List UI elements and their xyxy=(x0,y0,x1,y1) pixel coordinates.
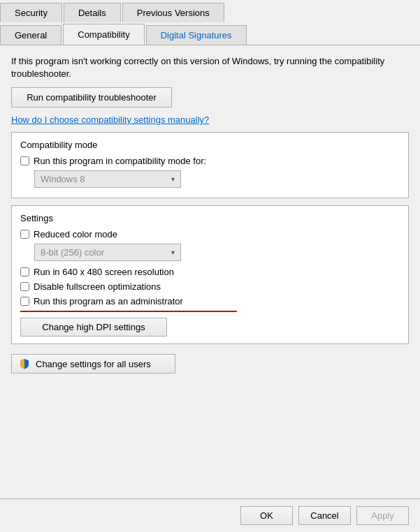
resolution-label: Run in 640 x 480 screen resolution xyxy=(34,267,174,277)
resolution-row: Run in 640 x 480 screen resolution xyxy=(20,267,400,277)
run-troubleshooter-button[interactable]: Run compatibility troubleshooter xyxy=(11,87,172,108)
red-underline-decoration xyxy=(20,311,237,312)
settings-group: Settings Reduced color mode 8-bit (256) … xyxy=(11,205,409,344)
fullscreen-checkbox[interactable] xyxy=(20,282,29,291)
resolution-checkbox[interactable] xyxy=(20,267,29,276)
compatibility-mode-checkbox[interactable] xyxy=(20,156,29,165)
fullscreen-label: Disable fullscreen optimizations xyxy=(34,281,161,292)
tab-previous-versions[interactable]: Previous Versions xyxy=(122,3,224,22)
main-content: If this program isn't working correctly … xyxy=(0,45,420,498)
dropdown-arrow-icon: ▾ xyxy=(171,175,175,183)
compatibility-mode-label: Compatibility mode xyxy=(20,140,400,150)
description-text: If this program isn't working correctly … xyxy=(11,55,409,80)
shield-uac-icon xyxy=(19,358,30,369)
bottom-bar: OK Cancel Apply xyxy=(0,498,420,532)
admin-checkbox[interactable] xyxy=(20,297,29,306)
change-settings-row: Change settings for all users xyxy=(11,354,409,374)
tab-digital-signatures[interactable]: Digital Signatures xyxy=(146,25,247,45)
color-dropdown[interactable]: 8-bit (256) color ▾ xyxy=(34,244,181,261)
ok-button[interactable]: OK xyxy=(240,506,293,525)
settings-label: Settings xyxy=(20,213,400,223)
help-link[interactable]: How do I choose compatibility settings m… xyxy=(11,114,409,125)
reduced-color-row: Reduced color mode xyxy=(20,229,400,239)
tab-row-2: General Compatibility Digital Signatures xyxy=(0,22,420,45)
tab-details[interactable]: Details xyxy=(64,3,121,22)
color-dropdown-arrow-icon: ▾ xyxy=(171,249,175,256)
tab-row-1: Security Details Previous Versions xyxy=(0,0,420,22)
fullscreen-row: Disable fullscreen optimizations xyxy=(20,281,400,292)
reduced-color-label: Reduced color mode xyxy=(34,229,117,239)
change-settings-label: Change settings for all users xyxy=(36,359,151,369)
color-dropdown-value: 8-bit (256) color xyxy=(41,247,104,258)
compatibility-os-dropdown[interactable]: Windows 8 ▾ xyxy=(34,170,181,188)
tab-security[interactable]: Security xyxy=(0,3,62,22)
change-dpi-button[interactable]: Change high DPI settings xyxy=(20,318,167,337)
compatibility-os-value: Windows 8 xyxy=(41,174,85,184)
change-settings-all-users-button[interactable]: Change settings for all users xyxy=(11,354,175,374)
cancel-button[interactable]: Cancel xyxy=(298,506,351,525)
tab-general[interactable]: General xyxy=(0,25,61,45)
admin-row: Run this program as an administrator xyxy=(20,296,400,306)
reduced-color-checkbox[interactable] xyxy=(20,230,29,239)
compatibility-mode-checkbox-row: Run this program in compatibility mode f… xyxy=(20,156,400,166)
compatibility-mode-checkbox-label: Run this program in compatibility mode f… xyxy=(34,156,206,166)
apply-button[interactable]: Apply xyxy=(356,506,409,525)
tab-compatibility[interactable]: Compatibility xyxy=(63,24,144,45)
admin-label: Run this program as an administrator xyxy=(34,296,183,306)
compatibility-mode-group: Compatibility mode Run this program in c… xyxy=(11,132,409,198)
